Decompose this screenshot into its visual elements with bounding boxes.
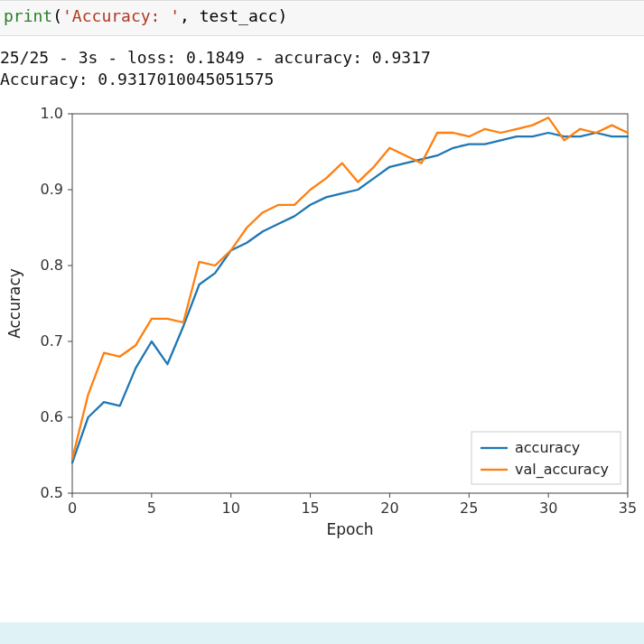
svg-text:30: 30 (539, 499, 557, 517)
output-line: 25/25 - 3s - loss: 0.1849 - accuracy: 0.… (0, 47, 640, 69)
svg-text:0: 0 (68, 499, 77, 517)
svg-text:25: 25 (460, 499, 478, 517)
accuracy-chart: 051015202530350.50.60.70.80.91.0EpochAcc… (0, 96, 638, 547)
code-fn: print (4, 6, 52, 25)
svg-text:val_accuracy: val_accuracy (515, 461, 609, 479)
svg-text:20: 20 (380, 499, 398, 517)
training-plot: 051015202530350.50.60.70.80.91.0EpochAcc… (0, 96, 638, 547)
svg-text:10: 10 (222, 499, 240, 517)
output-cell: 25/25 - 3s - loss: 0.1849 - accuracy: 0.… (0, 36, 644, 91)
svg-text:1.0: 1.0 (41, 105, 63, 122)
svg-text:Accuracy: Accuracy (5, 268, 23, 339)
svg-text:0.7: 0.7 (41, 332, 63, 350)
svg-text:0.9: 0.9 (41, 181, 63, 198)
svg-text:0.8: 0.8 (41, 257, 63, 274)
footer-band (0, 622, 644, 644)
code-line: print('Accuracy: ', test_acc) (4, 6, 287, 25)
svg-text:0.6: 0.6 (41, 408, 63, 425)
svg-text:5: 5 (147, 499, 156, 517)
output-line: Accuracy: 0.9317010045051575 (0, 69, 640, 90)
svg-text:15: 15 (301, 499, 319, 517)
svg-text:0.5: 0.5 (41, 484, 63, 501)
svg-text:35: 35 (619, 499, 637, 517)
svg-text:accuracy: accuracy (515, 439, 580, 456)
svg-text:Epoch: Epoch (326, 520, 373, 538)
code-cell: print('Accuracy: ', test_acc) (0, 0, 644, 36)
